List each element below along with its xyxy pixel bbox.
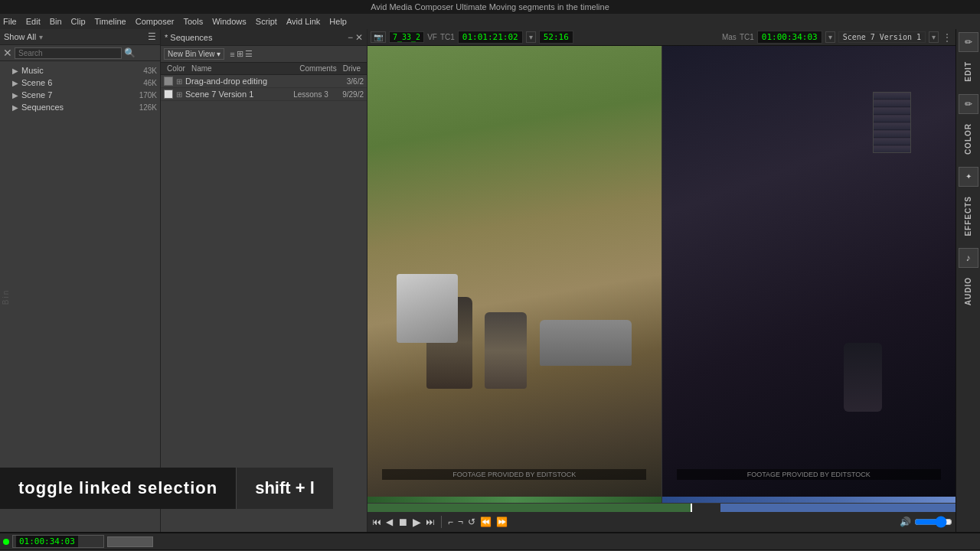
menu-windows[interactable]: Windows [212, 17, 247, 26]
record-progress-bar [662, 497, 956, 503]
stop-btn[interactable]: ⏹ [396, 515, 410, 529]
seq-header: * Sequences − ✕ [161, 29, 367, 46]
bin-header: Show All ▾ ☰ [0, 29, 160, 45]
source-viewer: FOOTAGE PROVIDED BY EDITSTOCK [368, 46, 662, 503]
scrubbar[interactable] [368, 503, 956, 512]
sidebar-audio-label[interactable]: AUDIO [964, 274, 972, 308]
zoom-slider[interactable] [107, 536, 153, 547]
scrubbar-source-fill [368, 504, 691, 512]
viewer-menu-btn[interactable]: ⋮ [942, 31, 952, 44]
folder-name-scene7: Scene 7 [21, 90, 136, 99]
scene-dropdown[interactable]: ▾ [929, 31, 939, 43]
new-bin-view-btn[interactable]: New Bin View ▾ [164, 48, 224, 60]
seq-type-icon-2: ⊞ [176, 90, 182, 99]
bin-search-input[interactable] [15, 47, 122, 59]
bin-vertical-label: Bin [2, 289, 10, 304]
seq-item-scene7[interactable]: ⊞ Scene 7 Version 1 Lessons 3 9/29/2 [161, 88, 367, 101]
scene-label: Scene 7 Version 1 [838, 31, 926, 43]
bin-close-btn[interactable]: ✕ [3, 47, 12, 59]
seq-toolbar: New Bin View ▾ ≡ ⊞ ☰ [161, 46, 367, 63]
scrubbar-playhead [691, 504, 692, 512]
menu-bar: File Edit Bin Clip Timeline Composer Too… [0, 14, 980, 29]
mark-in-btn[interactable]: ⌐ [446, 516, 455, 528]
bin-menu-btn[interactable]: ☰ [148, 31, 156, 42]
loop-btn[interactable]: ↺ [466, 516, 477, 528]
folder-size-scene6: 46K [143, 79, 157, 87]
main-layout: Show All ▾ ☰ ✕ 🔍 Bin ▶ Music 43K ▶ [0, 29, 980, 532]
bin-folder-sequences[interactable]: ▶ Sequences 126K [12, 101, 157, 113]
timeline-top-bar: 01:00:34:03 [0, 533, 980, 550]
folder-name-music: Music [21, 66, 140, 75]
viewer-top-bar: 📷 7_33_2 VF TC1 01:01:21:02 ▾ 52:16 Mas … [368, 29, 956, 46]
col-name[interactable]: Name [188, 64, 296, 73]
menu-bin[interactable]: Bin [50, 17, 62, 26]
menu-help[interactable]: Help [329, 17, 347, 26]
step-fwd-btn[interactable]: ⏭ [424, 516, 436, 528]
seq-view-frame-btn[interactable]: ⊞ [237, 49, 243, 59]
bin-folder-music[interactable]: ▶ Music 43K [12, 64, 157, 77]
window-blinds [873, 92, 911, 153]
record-viewer: FOOTAGE PROVIDED BY EDITSTOCK [662, 46, 956, 503]
vf-label: VF [427, 33, 437, 41]
col-date[interactable]: Drive [340, 64, 364, 73]
sidebar-fx-btn[interactable]: ✦ [959, 167, 978, 187]
menu-file[interactable]: File [3, 17, 17, 26]
timeline-tc-display: 01:00:34:03 [16, 536, 78, 547]
bin-dropdown-icon[interactable]: ▾ [39, 33, 43, 41]
menu-clip[interactable]: Clip [71, 17, 86, 26]
folder-name-scene6: Scene 6 [21, 78, 140, 87]
dark-figure [844, 343, 882, 412]
seq-view-list-btn[interactable]: ☰ [245, 49, 253, 59]
bin-folders: ▶ Music 43K ▶ Scene 6 46K ▶ Scene 7 170K… [0, 61, 160, 116]
seq-view-text-btn[interactable]: ≡ [230, 49, 234, 59]
sidebar-color-label[interactable]: COLOR [964, 120, 972, 158]
seq-list: ⊞ Drag-and-drop editing 3/6/2 ⊞ Scene 7 … [161, 75, 367, 532]
sidebar-pencil-top[interactable]: ✏ [959, 32, 978, 52]
col-comments[interactable]: Comments [296, 64, 339, 73]
vol-btn[interactable]: 🔊 [898, 516, 913, 528]
menu-avidlink[interactable]: Avid Link [286, 17, 320, 26]
right-sidebar: ✏ EDIT ✏ COLOR ✦ EFFECTS ♪ AUDIO [956, 29, 980, 532]
seq-close-btn[interactable]: ✕ [355, 32, 363, 43]
bin-folder-scene7[interactable]: ▶ Scene 7 170K [12, 89, 157, 101]
viewer-area: 📷 7_33_2 VF TC1 01:01:21:02 ▾ 52:16 Mas … [368, 29, 956, 532]
bin-search-icon[interactable]: 🔍 [124, 47, 136, 58]
menu-edit[interactable]: Edit [26, 17, 41, 26]
seq-title: * Sequences [165, 33, 212, 42]
source-duration: 52:16 [539, 31, 573, 44]
mas-tc1-label: TC1 [740, 33, 754, 41]
figure-right [485, 312, 527, 389]
slow-btn[interactable]: ⏪ [479, 516, 493, 528]
seq-minimize-btn[interactable]: − [348, 32, 353, 43]
menu-composer[interactable]: Composer [136, 17, 175, 26]
step-back-btn[interactable]: ⏮ [371, 516, 383, 528]
bin-toolbar: ✕ 🔍 [0, 45, 160, 61]
source-clip-name: 7_33_2 [389, 31, 424, 43]
record-tc-dropdown[interactable]: ▾ [825, 31, 835, 43]
menu-script[interactable]: Script [256, 17, 277, 26]
seq-name-2: Scene 7 Version 1 [185, 90, 290, 99]
app-title: Avid Media Composer Ultimate Moving segm… [371, 2, 609, 11]
sidebar-edit-label[interactable]: EDIT [964, 58, 972, 85]
source-tc-dropdown[interactable]: ▾ [526, 31, 536, 43]
mark-out-btn[interactable]: ¬ [456, 516, 465, 528]
viewers: FOOTAGE PROVIDED BY EDITSTOCK FOOTAGE PR… [368, 46, 956, 503]
play-fwd-btn[interactable]: ▶ [411, 515, 423, 529]
col-color[interactable]: Color [164, 64, 188, 73]
mattress-object [397, 274, 458, 343]
sidebar-pencil-color[interactable]: ✏ [959, 94, 978, 114]
vol-slider[interactable] [914, 517, 952, 527]
sidebar-effects-label[interactable]: EFFECTS [964, 193, 972, 240]
fast-btn[interactable]: ⏩ [495, 516, 509, 528]
play-back-btn[interactable]: ◀ [384, 516, 394, 528]
viewer-camera-btn[interactable]: 📷 [371, 31, 386, 43]
source-video-frame: FOOTAGE PROVIDED BY EDITSTOCK [368, 46, 662, 503]
viewer-controls: ⏮ ◀ ⏹ ▶ ⏭ ⌐ ¬ ↺ ⏪ ⏩ 🔊 [368, 512, 956, 532]
menu-tools[interactable]: Tools [183, 17, 203, 26]
bin-header-controls: ☰ [148, 31, 156, 42]
sidebar-audio-btn[interactable]: ♪ [959, 248, 978, 268]
bin-folder-scene6[interactable]: ▶ Scene 6 46K [12, 77, 157, 89]
menu-timeline[interactable]: Timeline [95, 17, 126, 26]
seq-columns: Color Name Comments Drive [161, 63, 367, 75]
seq-item-drag[interactable]: ⊞ Drag-and-drop editing 3/6/2 [161, 75, 367, 88]
